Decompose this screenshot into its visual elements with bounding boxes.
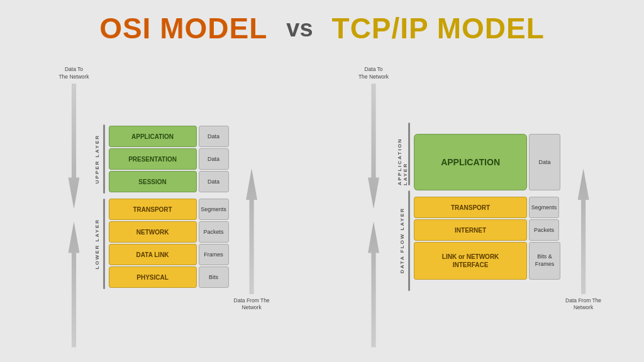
lower-layer-label: LOWER LAYER bbox=[94, 219, 100, 269]
tcp-spacer bbox=[414, 192, 560, 195]
osi-up-arrow bbox=[68, 222, 79, 348]
tcp-side: Data ToThe Network APPLICATION LAYER DAT… bbox=[322, 52, 638, 362]
osi-network-box: NETWORK bbox=[109, 221, 197, 243]
osi-right-up-arrow bbox=[246, 168, 257, 294]
osi-physical-data: Bits bbox=[199, 266, 229, 288]
tcp-data-flow-label-container: DATA FLOW LAYER bbox=[399, 190, 405, 291]
table-row: PRESENTATION Data bbox=[109, 148, 229, 170]
osi-physical-box: PHYSICAL bbox=[109, 266, 197, 288]
osi-presentation-box: PRESENTATION bbox=[109, 148, 197, 170]
table-row: APPLICATION Data bbox=[414, 134, 560, 190]
osi-session-data: Data bbox=[199, 171, 229, 192]
tcp-link-data: Bits &Frames bbox=[529, 242, 560, 280]
osi-application-box: APPLICATION bbox=[109, 126, 197, 147]
tcp-application-layer-label-container: APPLICATION LAYER bbox=[399, 123, 405, 185]
osi-far-left-label: Data ToThe Network bbox=[58, 66, 89, 347]
main-content: Data ToThe Network UPPER LAYER LOWER LAY… bbox=[0, 52, 644, 362]
tcp-far-right-label: Data From TheNetwork bbox=[565, 102, 601, 311]
tcp-flow-bracket bbox=[408, 190, 410, 291]
tcp-down-arrow bbox=[368, 84, 379, 209]
osi-datalink-data: Frames bbox=[199, 244, 229, 265]
osi-transport-data: Segments bbox=[199, 199, 229, 220]
table-row: TRANSPORT Segments bbox=[414, 197, 560, 218]
table-row: SESSION Data bbox=[109, 171, 229, 192]
tcp-layers-stack: APPLICATION Data TRANSPORT Segments INTE… bbox=[414, 134, 560, 280]
table-row: PHYSICAL Bits bbox=[109, 266, 229, 288]
tcp-right-up-arrow bbox=[578, 168, 589, 294]
osi-far-right-label: Data From TheNetwork bbox=[234, 102, 270, 311]
osi-spacer bbox=[109, 194, 229, 197]
tcp-data-from-network: Data From TheNetwork bbox=[565, 297, 601, 311]
osi-session-box: SESSION bbox=[109, 171, 197, 192]
osi-layers-stack: APPLICATION Data PRESENTATION Data SESSI… bbox=[109, 126, 229, 288]
tcp-application-layer-label: APPLICATION LAYER bbox=[397, 123, 408, 185]
upper-bracket bbox=[103, 124, 105, 194]
tcp-application-data: Data bbox=[529, 134, 560, 190]
tcp-application-box: APPLICATION bbox=[414, 134, 527, 190]
table-row: DATA LINK Frames bbox=[109, 244, 229, 265]
osi-network-data: Packets bbox=[199, 221, 229, 243]
title-bar: OSI MODEL vs TCP/IP MODEL bbox=[0, 0, 644, 52]
table-row: NETWORK Packets bbox=[109, 221, 229, 243]
tcp-transport-box: TRANSPORT bbox=[414, 197, 527, 218]
table-row: INTERNET Packets bbox=[414, 219, 560, 241]
osi-title: OSI MODEL bbox=[99, 11, 267, 45]
tcp-transport-data: Segments bbox=[529, 197, 559, 218]
osi-data-from-network: Data From TheNetwork bbox=[234, 297, 270, 311]
tcp-data-to-network: Data ToThe Network bbox=[358, 66, 389, 80]
osi-transport-box: TRANSPORT bbox=[109, 199, 197, 220]
table-row: APPLICATION Data bbox=[109, 126, 229, 147]
lower-layer-label-container: LOWER LAYER bbox=[94, 199, 100, 289]
tcp-data-flow-label: DATA FLOW LAYER bbox=[399, 207, 405, 273]
tcp-internet-box: INTERNET bbox=[414, 219, 527, 241]
osi-down-arrow bbox=[68, 84, 79, 209]
tcp-app-bracket bbox=[408, 123, 410, 185]
lower-bracket bbox=[103, 199, 105, 289]
tcp-far-left-label: Data ToThe Network bbox=[358, 66, 389, 347]
upper-layer-label: UPPER LAYER bbox=[94, 134, 100, 184]
osi-side: Data ToThe Network UPPER LAYER LOWER LAY… bbox=[6, 52, 322, 362]
tcp-up-arrow bbox=[368, 222, 379, 348]
tcp-internet-data: Packets bbox=[529, 219, 559, 241]
upper-layer-label-container: UPPER LAYER bbox=[94, 124, 100, 194]
osi-application-data: Data bbox=[199, 126, 229, 147]
table-row: TRANSPORT Segments bbox=[109, 199, 229, 220]
osi-datalink-box: DATA LINK bbox=[109, 244, 197, 265]
osi-presentation-data: Data bbox=[199, 148, 229, 170]
tcp-title: TCP/IP MODEL bbox=[332, 11, 545, 45]
vs-label: vs bbox=[286, 15, 313, 42]
osi-data-to-network-label: Data ToThe Network bbox=[58, 66, 89, 80]
table-row: LINK or NETWORKINTERFACE Bits &Frames bbox=[414, 242, 560, 280]
tcp-link-box: LINK or NETWORKINTERFACE bbox=[414, 242, 527, 280]
